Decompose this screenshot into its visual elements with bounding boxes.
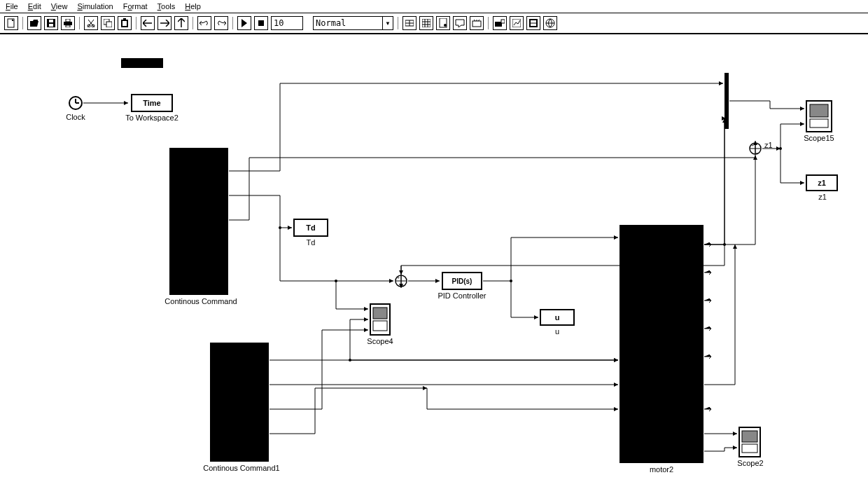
svg-point-48 xyxy=(279,226,281,229)
cut-icon[interactable] xyxy=(84,16,98,30)
print-icon[interactable] xyxy=(61,16,75,30)
toolbar-icon-4[interactable] xyxy=(453,16,467,30)
svg-point-52 xyxy=(779,147,782,150)
svg-rect-6 xyxy=(66,25,70,27)
toolbar-icon-5[interactable] xyxy=(470,16,484,30)
menu-file[interactable]: File xyxy=(6,2,18,11)
menu-edit[interactable]: Edit xyxy=(28,2,41,11)
svg-rect-12 xyxy=(122,21,127,26)
svg-rect-23 xyxy=(501,20,505,23)
back-icon[interactable] xyxy=(141,16,155,30)
sim-mode-value: Normal xyxy=(313,16,383,30)
signal-wires xyxy=(0,34,868,483)
toolbar-icon-1[interactable] xyxy=(402,16,416,30)
toolbar-icon-2[interactable] xyxy=(419,16,433,30)
svg-rect-14 xyxy=(258,20,264,26)
toolbar-icon-6[interactable] xyxy=(493,16,507,30)
paste-icon[interactable] xyxy=(118,16,132,30)
toolbar: 10 Normal ▼ xyxy=(0,13,868,34)
svg-point-50 xyxy=(510,280,512,282)
svg-point-51 xyxy=(723,243,726,246)
toolbar-icon-9[interactable] xyxy=(543,16,557,30)
menu-view[interactable]: View xyxy=(51,2,68,11)
play-icon[interactable] xyxy=(237,16,251,30)
open-icon[interactable] xyxy=(27,16,41,30)
toolbar-icon-7[interactable] xyxy=(510,16,524,30)
copy-icon[interactable] xyxy=(101,16,115,30)
menu-simulation[interactable]: Simulation xyxy=(77,2,113,11)
svg-point-49 xyxy=(335,280,337,282)
svg-rect-3 xyxy=(49,24,53,27)
model-canvas[interactable]: Clock Time To Workspace2 Continous Comma… xyxy=(0,34,868,483)
save-icon[interactable] xyxy=(44,16,58,30)
undo-icon[interactable] xyxy=(197,16,211,30)
toolbar-icon-8[interactable] xyxy=(526,16,540,30)
sim-time-field[interactable]: 10 xyxy=(271,16,303,30)
svg-rect-5 xyxy=(66,19,70,22)
menu-format[interactable]: Format xyxy=(123,2,148,11)
svg-rect-10 xyxy=(106,22,112,27)
svg-rect-4 xyxy=(64,22,72,25)
svg-point-53 xyxy=(349,359,351,361)
menu-help[interactable]: Help xyxy=(185,2,201,11)
svg-rect-2 xyxy=(49,20,53,22)
svg-rect-18 xyxy=(422,19,430,27)
menu-bar: File Edit View Simulation Format Tools H… xyxy=(0,0,868,13)
redo-icon[interactable] xyxy=(214,16,228,30)
chevron-down-icon[interactable]: ▼ xyxy=(383,16,393,30)
svg-rect-21 xyxy=(472,21,481,27)
sim-mode-dropdown[interactable]: Normal ▼ xyxy=(313,16,393,30)
up-icon[interactable] xyxy=(174,16,188,30)
forward-icon[interactable] xyxy=(158,16,172,30)
new-icon[interactable] xyxy=(4,16,18,30)
menu-tools[interactable]: Tools xyxy=(158,2,176,11)
toolbar-icon-3[interactable] xyxy=(436,16,450,30)
svg-rect-13 xyxy=(123,18,126,20)
svg-point-20 xyxy=(444,24,447,27)
stop-icon[interactable] xyxy=(254,16,268,30)
